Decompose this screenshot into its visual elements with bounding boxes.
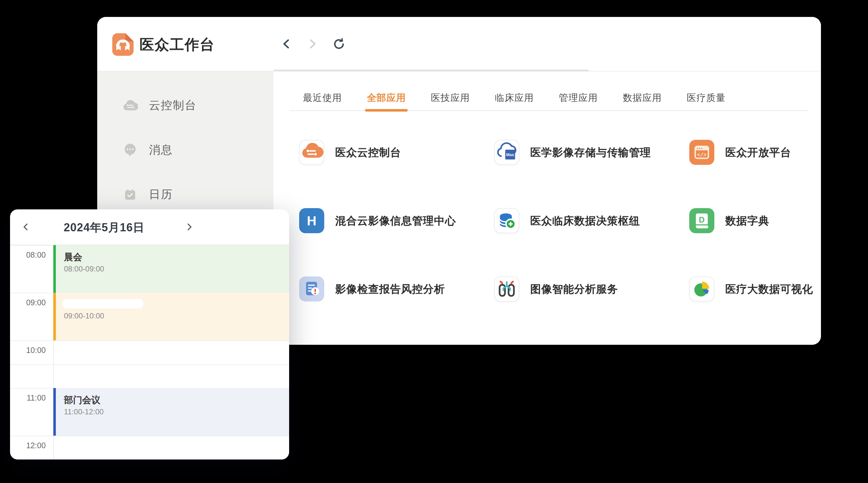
event-department-meeting[interactable]: 部门会议 11:00-12:00 <box>53 388 289 436</box>
tab-data-apps[interactable]: 数据应用 <box>623 92 662 110</box>
app-grid: 医众云控制台 Mas 医学影像存储与传输管理 <box>299 140 821 345</box>
calendar-header: 2024年5月16日 <box>10 210 289 245</box>
orange-browser-code-icon: </> <box>689 140 714 165</box>
tab-label: 数据应用 <box>623 92 662 102</box>
sidebar-item-label: 消息 <box>149 142 173 157</box>
h-glyph-text: H <box>307 214 316 228</box>
tab-medtech-apps[interactable]: 医技应用 <box>431 92 470 110</box>
sidebar-item-label: 云控制台 <box>149 98 197 113</box>
app-open-platform[interactable]: </> 医众开放平台 <box>689 140 821 165</box>
active-tab-underline <box>365 109 408 111</box>
hour-line <box>10 436 289 436</box>
time-label: 08:00 <box>10 251 46 260</box>
app-cloud-console[interactable]: 医众云控制台 <box>299 140 494 165</box>
app-label: 影像检查报告风控分析 <box>335 282 445 296</box>
event-morning-meeting[interactable]: 晨会 08:00-09:00 <box>53 245 289 293</box>
app-big-data-visualization[interactable]: 医疗大数据可视化 <box>689 277 821 301</box>
app-label: 混合云影像信息管理中心 <box>335 214 456 228</box>
sidebar-item-cloud-console[interactable]: 云控制台 <box>97 83 274 128</box>
time-label: 12:00 <box>10 441 46 450</box>
app-logo-icon <box>112 33 133 56</box>
sidebar-item-messages[interactable]: 消息 <box>97 128 274 172</box>
calendar-date-title: 2024年5月16日 <box>41 220 167 235</box>
time-label: 09:00 <box>10 298 46 307</box>
app-label: 医疗大数据可视化 <box>725 282 813 296</box>
app-hybrid-cloud-imaging[interactable]: H 混合云影像信息管理中心 <box>299 208 494 233</box>
window-header: 医众工作台 <box>97 17 821 71</box>
half-hour-line <box>10 364 289 365</box>
chevron-right-icon <box>185 223 194 231</box>
tab-management-apps[interactable]: 管理应用 <box>559 92 598 110</box>
nav-buttons <box>280 38 345 50</box>
message-icon <box>123 143 138 157</box>
redacted-title-pill <box>62 299 144 308</box>
tab-medical-quality[interactable]: 医疗质量 <box>687 92 725 110</box>
tab-label: 医技应用 <box>431 92 470 102</box>
tab-all-apps[interactable]: 全部应用 <box>367 92 406 110</box>
calendar-icon <box>123 188 138 200</box>
report-risk-alert-icon <box>299 277 324 301</box>
calendar-prev-button[interactable] <box>19 220 33 234</box>
tab-label: 全部应用 <box>367 92 406 102</box>
app-clinical-data-hub[interactable]: 医众临床数据决策枢纽 <box>494 208 689 233</box>
code-glyph-text: </> <box>697 152 707 158</box>
forward-button[interactable] <box>306 38 319 50</box>
calendar-day-grid: 08:00 09:00 10:00 11:00 12:00 晨会 08:00-0… <box>10 245 289 459</box>
tab-clinical-apps[interactable]: 临床应用 <box>495 92 534 110</box>
stage: 医众工作台 <box>0 0 868 483</box>
app-label: 医众开放平台 <box>725 145 791 160</box>
refresh-icon <box>333 37 345 50</box>
chevron-left-icon <box>281 38 291 49</box>
time-label: 10:00 <box>10 346 46 355</box>
app-label: 医学影像存储与传输管理 <box>530 145 651 160</box>
blue-h-tile-icon: H <box>299 208 324 233</box>
chevron-left-icon <box>21 223 30 231</box>
blue-cloud-mas-icon: Mas <box>494 140 519 165</box>
event-redacted[interactable]: 09:00-10:00 <box>53 293 289 341</box>
tab-bar: 最近使用 全部应用 医技应用 临床应用 管理应用 数据应用 医疗质量 <box>289 71 808 111</box>
hour-line <box>10 341 289 341</box>
event-time: 09:00-10:00 <box>64 311 289 320</box>
orange-cloud-sliders-icon <box>299 140 324 165</box>
event-title: 部门会议 <box>64 394 289 406</box>
back-button[interactable] <box>280 38 292 50</box>
app-label: 数据字典 <box>725 214 769 228</box>
green-dictionary-icon: D <box>689 208 714 233</box>
pie-chart-icon <box>689 277 714 301</box>
tab-label: 最近使用 <box>303 92 342 102</box>
app-label: 医众云控制台 <box>335 145 401 160</box>
tab-label: 医疗质量 <box>687 92 725 102</box>
main-content: 最近使用 全部应用 医技应用 临床应用 管理应用 数据应用 医疗质量 <box>274 71 821 345</box>
app-report-risk-analysis[interactable]: 影像检查报告风控分析 <box>299 277 494 301</box>
app-image-ai-analysis[interactable]: 图像智能分析服务 <box>494 277 689 301</box>
sidebar-item-label: 日历 <box>149 187 173 202</box>
event-time: 11:00-12:00 <box>64 408 289 416</box>
calendar-popup: 2024年5月16日 08:00 09:00 10:00 11:00 12:00… <box>10 210 289 459</box>
event-time: 08:00-09:00 <box>64 264 289 273</box>
app-data-dictionary[interactable]: D 数据字典 <box>689 208 821 233</box>
calendar-next-button[interactable] <box>183 220 196 234</box>
chevron-right-icon <box>307 38 318 49</box>
tab-label: 管理应用 <box>559 92 598 102</box>
refresh-button[interactable] <box>333 38 345 50</box>
cloud-console-icon <box>123 100 138 111</box>
lungs-ai-icon <box>494 277 519 301</box>
database-plus-icon <box>494 208 519 233</box>
app-medical-image-storage[interactable]: Mas 医学影像存储与传输管理 <box>494 140 689 165</box>
event-title: 晨会 <box>64 251 289 263</box>
d-glyph-text: D <box>699 215 705 224</box>
tab-recent[interactable]: 最近使用 <box>303 92 342 110</box>
tab-label: 临床应用 <box>495 92 534 102</box>
app-label: 图像智能分析服务 <box>530 282 618 296</box>
window-title: 医众工作台 <box>140 35 215 55</box>
time-label: 11:00 <box>10 394 46 402</box>
app-label: 医众临床数据决策枢纽 <box>530 214 640 228</box>
mas-badge-text: Mas <box>506 152 514 157</box>
